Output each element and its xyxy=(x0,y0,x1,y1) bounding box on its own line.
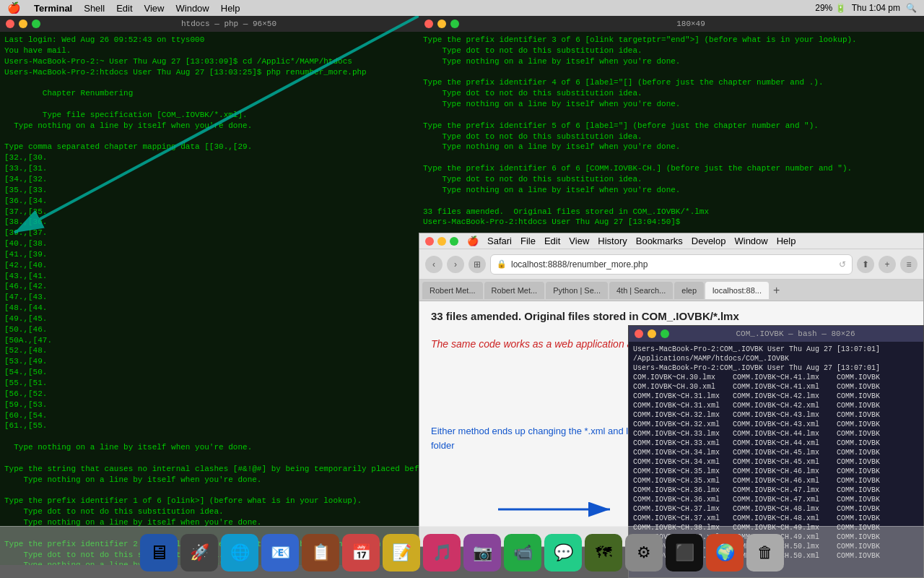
dock-mail[interactable]: 📧 xyxy=(261,534,299,571)
terminal-main-title: htdocs — php — 96×50 xyxy=(181,20,276,28)
menu-safari-help[interactable]: Help xyxy=(777,236,796,246)
terminal-main-titlebar: htdocs — php — 96×50 xyxy=(0,16,419,32)
terminal-topright[interactable]: 180×49 Type the prefix identifier 3 of 6… xyxy=(419,16,924,233)
menu-edit[interactable]: Edit xyxy=(110,3,138,14)
dock-contacts[interactable]: 📋 xyxy=(302,534,339,571)
dock-chrome[interactable]: 🌍 xyxy=(706,534,744,571)
safari-menubar: 🍎 Safari File Edit View History Bookmark… xyxy=(419,233,923,249)
minimize-button[interactable] xyxy=(19,20,27,28)
terminal-main[interactable]: htdocs — php — 96×50 Last login: Wed Aug… xyxy=(0,16,419,565)
tab-2[interactable]: Python | Se... xyxy=(546,282,608,299)
menu-help[interactable]: Help xyxy=(215,3,246,14)
tab-3[interactable]: 4th | Search... xyxy=(609,282,673,299)
tab-view-button[interactable]: ⊞ xyxy=(468,256,486,273)
dock-facetime[interactable]: 📹 xyxy=(504,534,541,571)
menu-safari-bookmarks[interactable]: Bookmarks xyxy=(636,236,683,246)
apple-menu[interactable]: 🍎 xyxy=(0,1,28,14)
menu-safari-window[interactable]: Window xyxy=(734,236,767,246)
menu-terminal[interactable]: Terminal xyxy=(28,3,78,14)
safari-tabs: Robert Met... Robert Met... Python | Se.… xyxy=(419,280,923,301)
close-button[interactable] xyxy=(6,20,14,28)
tab-0[interactable]: Robert Met... xyxy=(422,282,483,299)
battery-icon: 29% 🔋 xyxy=(815,3,845,13)
reload-icon[interactable]: ↺ xyxy=(839,259,846,269)
dock: 🖥 🚀 🌐 📧 📋 📅 📝 🎵 📷 📹 💬 🗺 ⚙ ⬛ 🌍 🗑 xyxy=(0,526,924,578)
menu-safari-safari[interactable]: Safari xyxy=(487,236,512,246)
terminal-topright-content[interactable]: Type the prefix identifier 3 of 6 [olink… xyxy=(419,32,924,233)
safari-toolbar: ‹ › ⊞ 🔒 localhost:8888/renumber_more.php… xyxy=(419,249,923,280)
safari-close[interactable] xyxy=(425,237,434,246)
dock-calendar[interactable]: 📅 xyxy=(342,534,380,571)
share-button[interactable]: ⬆ xyxy=(857,256,874,273)
dock-messages[interactable]: 💬 xyxy=(544,534,582,571)
back-button[interactable]: ‹ xyxy=(425,256,443,273)
clock: Thu 1:04 pm xyxy=(852,3,900,13)
minimize-button-br[interactable] xyxy=(648,329,656,338)
close-button-tr[interactable] xyxy=(424,20,433,28)
menubar-right: 29% 🔋 Thu 1:04 pm 🔍 xyxy=(815,3,924,13)
tab-1[interactable]: Robert Met... xyxy=(484,282,545,299)
terminal-topright-titlebar: 180×49 xyxy=(419,16,924,32)
search-icon[interactable]: 🔍 xyxy=(906,3,917,13)
safari-heading: 33 files amended. Original files stored … xyxy=(431,310,912,322)
dock-maps[interactable]: 🗺 xyxy=(585,534,622,571)
menu-view[interactable]: View xyxy=(139,3,170,14)
dock-launchpad[interactable]: 🚀 xyxy=(180,534,218,571)
dock-music[interactable]: 🎵 xyxy=(423,534,461,571)
lock-icon: 🔒 xyxy=(497,259,507,269)
terminal-bottomright-titlebar: COM_.IOVBK — bash — 80×26 xyxy=(629,326,923,342)
menu-window[interactable]: Window xyxy=(170,3,215,14)
menu-bar: 🍎 Terminal Shell Edit View Window Help 2… xyxy=(0,0,924,16)
menu-safari-file[interactable]: File xyxy=(520,236,536,246)
terminal-bottomright-title: COM_.IOVBK — bash — 80×26 xyxy=(736,329,855,338)
close-button-br[interactable] xyxy=(635,329,643,338)
dock-photos[interactable]: 📷 xyxy=(463,534,501,571)
dock-settings[interactable]: ⚙ xyxy=(625,534,663,571)
menu-safari-history[interactable]: History xyxy=(598,236,627,246)
dock-notes[interactable]: 📝 xyxy=(383,534,420,571)
dock-terminal[interactable]: ⬛ xyxy=(666,534,703,571)
new-tab-button[interactable]: + xyxy=(773,284,780,297)
dock-safari[interactable]: 🌐 xyxy=(221,534,258,571)
forward-button[interactable]: › xyxy=(447,256,464,273)
safari-minimize[interactable] xyxy=(437,237,446,246)
menu-safari-edit[interactable]: Edit xyxy=(544,236,560,246)
safari-fullscreen[interactable] xyxy=(450,237,458,246)
terminal-main-content[interactable]: Last login: Wed Aug 26 09:52:43 on ttys0… xyxy=(0,32,419,565)
minimize-button-tr[interactable] xyxy=(437,20,446,28)
dock-finder[interactable]: 🖥 xyxy=(140,534,178,571)
terminal-topright-title: 180×49 xyxy=(676,20,705,28)
safari-traffic-lights xyxy=(425,237,458,246)
menu-shell[interactable]: Shell xyxy=(78,3,110,14)
fullscreen-button-tr[interactable] xyxy=(450,20,459,28)
sidebar-button[interactable]: ≡ xyxy=(900,256,918,273)
url-text[interactable]: localhost:8888/renumber_more.php xyxy=(511,259,648,269)
addtab-button[interactable]: + xyxy=(879,256,896,273)
menu-safari-develop[interactable]: Develop xyxy=(692,236,726,246)
url-bar[interactable]: 🔒 localhost:8888/renumber_more.php ↺ xyxy=(490,254,853,275)
tab-5-active[interactable]: localhost:88... xyxy=(705,282,769,299)
safari-apple-icon: 🍎 xyxy=(467,236,479,246)
dock-trash[interactable]: 🗑 xyxy=(746,534,784,571)
fullscreen-button[interactable] xyxy=(32,20,40,28)
tab-4[interactable]: elep xyxy=(674,282,704,299)
fullscreen-button-br[interactable] xyxy=(661,329,669,338)
menu-safari-view[interactable]: View xyxy=(569,236,589,246)
